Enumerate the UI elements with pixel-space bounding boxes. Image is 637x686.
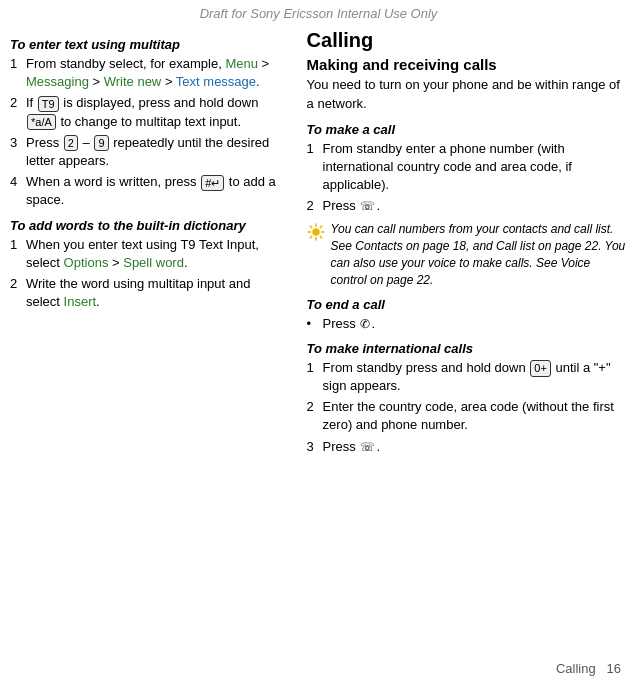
section2-title: To add words to the built-in dictionary: [10, 218, 285, 233]
left-column: To enter text using multitap 1 From stan…: [10, 25, 299, 661]
make-call-step1: 1 From standby enter a phone number (wit…: [307, 140, 627, 195]
intl-call-step3: 3 Press ☏︎.: [307, 438, 627, 456]
svg-point-0: [312, 229, 319, 236]
step1-3: 3 Press 2 – 9 repeatedly until the desir…: [10, 134, 285, 170]
svg-line-7: [320, 226, 322, 228]
tip-icon: [307, 223, 325, 244]
make-call-title: To make a call: [307, 122, 627, 137]
footer-right: Calling 16: [556, 661, 621, 676]
svg-line-5: [310, 226, 312, 228]
end-call-title: To end a call: [307, 297, 627, 312]
step2-2: 2 Write the word using multitap input an…: [10, 275, 285, 311]
right-column: Calling Making and receiving calls You n…: [299, 25, 627, 661]
make-call-step2: 2 Press ☏︎.: [307, 197, 627, 215]
step1-4: 4 When a word is written, press #↵ to ad…: [10, 173, 285, 209]
step1-2: 2 If T9 is displayed, press and hold dow…: [10, 94, 285, 130]
draft-header: Draft for Sony Ericsson Internal Use Onl…: [0, 0, 637, 25]
intl-calls-title: To make international calls: [307, 341, 627, 356]
intl-call-step1: 1 From standby press and hold down 0+ un…: [307, 359, 627, 395]
footer: Calling 16: [16, 661, 621, 676]
tip-box: You can call numbers from your contacts …: [307, 221, 627, 288]
intro-text: You need to turn on your phone and be wi…: [307, 76, 627, 114]
section1-title: To enter text using multitap: [10, 37, 285, 52]
intl-call-step2: 2 Enter the country code, area code (wit…: [307, 398, 627, 434]
section-heading: Calling: [307, 29, 627, 52]
svg-line-8: [310, 237, 312, 239]
step2-1: 1 When you enter text using T9 Text Inpu…: [10, 236, 285, 272]
footer-left: [16, 661, 556, 676]
end-call-step1: • Press ✆︎.: [307, 315, 627, 333]
sub-heading-making-calls: Making and receiving calls: [307, 56, 627, 73]
svg-line-6: [320, 237, 322, 239]
step1-1: 1 From standby select, for example, Menu…: [10, 55, 285, 91]
tip-text: You can call numbers from your contacts …: [331, 221, 627, 288]
